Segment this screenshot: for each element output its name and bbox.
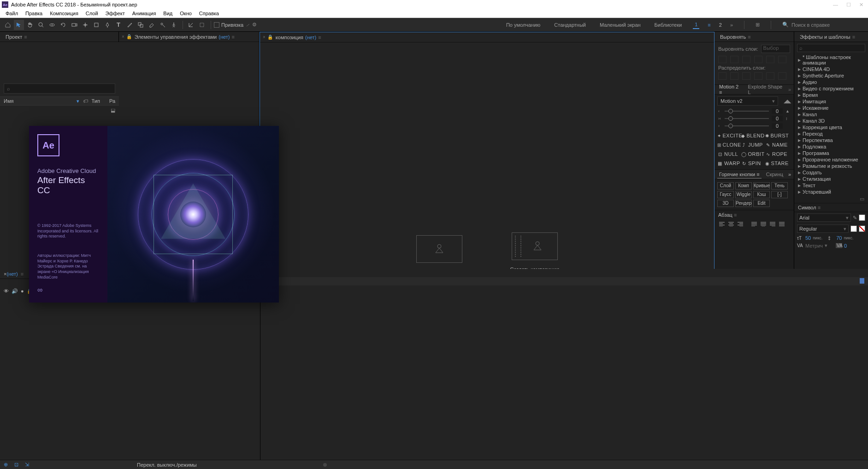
fx-cat[interactable]: ▶Программа xyxy=(794,150,868,156)
align-select[interactable]: Выбор xyxy=(761,45,790,53)
warp-button[interactable]: ▦WARP xyxy=(717,159,740,167)
eyedropper-icon[interactable]: ✎ xyxy=(853,215,857,221)
effects-search[interactable]: ⌕ xyxy=(797,44,865,52)
col-size[interactable]: Ра xyxy=(109,98,115,104)
fx-cat[interactable]: ▶Размытие и резкость xyxy=(794,163,868,169)
help-search[interactable]: 🔍 Поиск в справке xyxy=(782,22,865,28)
hk-bracket[interactable]: [-] xyxy=(771,191,788,198)
link-icon[interactable]: ↕ xyxy=(785,116,790,121)
fx-cat[interactable]: ▶Прозрачное наложение xyxy=(794,156,868,163)
hk-curves[interactable]: Кривые xyxy=(753,182,770,190)
close-button[interactable]: ✕ xyxy=(859,2,863,8)
fx-cat[interactable]: ▶Устаревший xyxy=(794,189,868,195)
hk-gauss[interactable]: Гаусс xyxy=(717,191,734,198)
align-right-icon[interactable] xyxy=(737,221,744,227)
panel-menu-icon[interactable]: ≡ xyxy=(21,271,24,277)
dist-3-icon[interactable] xyxy=(742,72,750,80)
snap-options-icon[interactable]: ⚙ xyxy=(252,22,257,28)
font-style-select[interactable]: Regular▾ xyxy=(797,225,849,233)
lock-icon[interactable]: 🔒 xyxy=(267,35,273,40)
stroke-swatch-2[interactable] xyxy=(859,226,865,232)
menu-help[interactable]: Справка xyxy=(195,11,223,16)
workspace-small[interactable]: Маленький экран xyxy=(597,20,644,30)
workspace-1[interactable]: 1 xyxy=(693,21,699,29)
lock-icon[interactable]: 🔒 xyxy=(126,34,132,39)
panel-menu-icon[interactable]: ≡ xyxy=(231,34,234,40)
hotkeys-tab[interactable]: Горячие кнопки ≡ xyxy=(717,171,762,178)
workspace-2[interactable]: 2 xyxy=(719,22,722,28)
align-top-icon[interactable] xyxy=(754,56,762,63)
justify-left-icon[interactable] xyxy=(750,221,758,227)
close-tab-icon[interactable]: × xyxy=(122,34,124,39)
effect-controls-tab[interactable]: Элементы управления эффектами (нет) ≡ xyxy=(132,33,237,41)
overflow-icon[interactable]: » xyxy=(788,87,791,92)
align-bottom-icon[interactable] xyxy=(778,56,786,63)
align-center-icon[interactable] xyxy=(727,221,735,227)
clone-button[interactable]: ⊞CLONE xyxy=(717,141,740,149)
composition-tab[interactable]: композиция (нет) ≡ xyxy=(273,34,324,41)
workspace-default[interactable]: По умолчанию xyxy=(503,20,543,30)
dist-2-icon[interactable] xyxy=(730,72,738,80)
hk-edit[interactable]: Edit xyxy=(753,200,770,207)
project-search[interactable]: ⌕ xyxy=(4,83,115,94)
workspace-1-menu-icon[interactable]: ≡ xyxy=(708,22,710,28)
fx-cat[interactable]: ▶CINEMA 4D xyxy=(794,66,868,72)
interpret-icon[interactable]: ⬓ xyxy=(111,107,115,113)
hk-layer[interactable]: Слой xyxy=(717,182,734,190)
panel-menu-icon[interactable]: ≡ xyxy=(24,34,26,40)
menu-effect[interactable]: Эффект xyxy=(102,11,129,16)
menu-composition[interactable]: Композиция xyxy=(46,11,82,16)
menu-view[interactable]: Вид xyxy=(159,11,176,16)
minimize-button[interactable]: — xyxy=(833,2,838,7)
motion-slider-2[interactable]: ›‹ 0 ↕ xyxy=(714,115,794,122)
snap-checkbox[interactable] xyxy=(214,22,219,28)
eraser-tool[interactable] xyxy=(147,20,157,30)
project-tab[interactable]: Проект≡ xyxy=(3,33,30,41)
fx-cat[interactable]: ▶Переход xyxy=(794,131,868,137)
panel-menu-icon[interactable]: ≡ xyxy=(852,34,855,40)
orbit-tool[interactable] xyxy=(47,20,57,30)
rope-button[interactable]: ∿ROPE xyxy=(765,150,788,158)
align-tab[interactable]: Выровнять≡ xyxy=(717,33,753,41)
dist-1-icon[interactable] xyxy=(718,72,726,80)
overflow-icon[interactable]: » xyxy=(788,172,791,177)
clone-tool[interactable] xyxy=(136,20,146,30)
font-size-value[interactable]: 50 xyxy=(805,235,811,241)
fx-cat[interactable]: ▶Канал 3D xyxy=(794,118,868,124)
zoom-tool[interactable] xyxy=(36,20,46,30)
blend-button[interactable]: ◆BLEND xyxy=(741,131,764,140)
spin-button[interactable]: ↻SPIN xyxy=(741,159,764,167)
fx-cat[interactable]: ▶Перспектива xyxy=(794,137,868,143)
justify-center-icon[interactable] xyxy=(760,221,767,227)
fx-cat[interactable]: ▶Текст xyxy=(794,182,868,189)
panel-menu-icon[interactable]: ≡ xyxy=(748,34,750,40)
menu-file[interactable]: Файл xyxy=(2,11,22,16)
puppet-tool[interactable] xyxy=(169,20,179,30)
justify-right-icon[interactable] xyxy=(769,221,776,227)
character-tab[interactable]: Символ ≡ xyxy=(798,205,821,210)
workspace-standard[interactable]: Стандартный xyxy=(551,20,589,30)
status-icon-1[interactable]: ⊕ xyxy=(4,462,8,468)
motion-slider-3[interactable]: › 0 xyxy=(714,122,794,130)
eye-icon[interactable]: 👁 xyxy=(4,288,9,294)
align-vcenter-icon[interactable] xyxy=(766,56,774,63)
paragraph-tab[interactable]: Абзац ≡ xyxy=(718,212,737,218)
status-icon-3[interactable]: ⇲ xyxy=(25,462,29,468)
menu-layer[interactable]: Слой xyxy=(82,11,102,16)
fx-cat[interactable]: ▶* Шаблоны настроек анимации xyxy=(794,54,868,66)
dist-6-icon[interactable] xyxy=(778,72,786,80)
tracking-value[interactable]: 0 xyxy=(844,243,847,249)
dist-4-icon[interactable] xyxy=(754,72,762,80)
col-type[interactable]: Тип xyxy=(92,98,100,104)
panel-browser-icon[interactable]: ⊞ xyxy=(756,22,760,28)
close-tab-icon[interactable]: × xyxy=(263,35,266,40)
fx-cat[interactable]: ▶Synthetic Aperture xyxy=(794,72,868,79)
home-tool[interactable] xyxy=(3,20,13,30)
fx-cat[interactable]: ▶Стилизация xyxy=(794,176,868,182)
motion-preset-select[interactable]: Motion v2▾ xyxy=(717,96,778,106)
excite-button[interactable]: ✦EXCITE xyxy=(717,131,740,140)
name-button[interactable]: ✎NAME xyxy=(765,141,788,149)
brush-tool[interactable] xyxy=(124,20,135,30)
stroke-swatch-1[interactable] xyxy=(850,226,857,232)
col-name[interactable]: Имя xyxy=(4,98,77,104)
